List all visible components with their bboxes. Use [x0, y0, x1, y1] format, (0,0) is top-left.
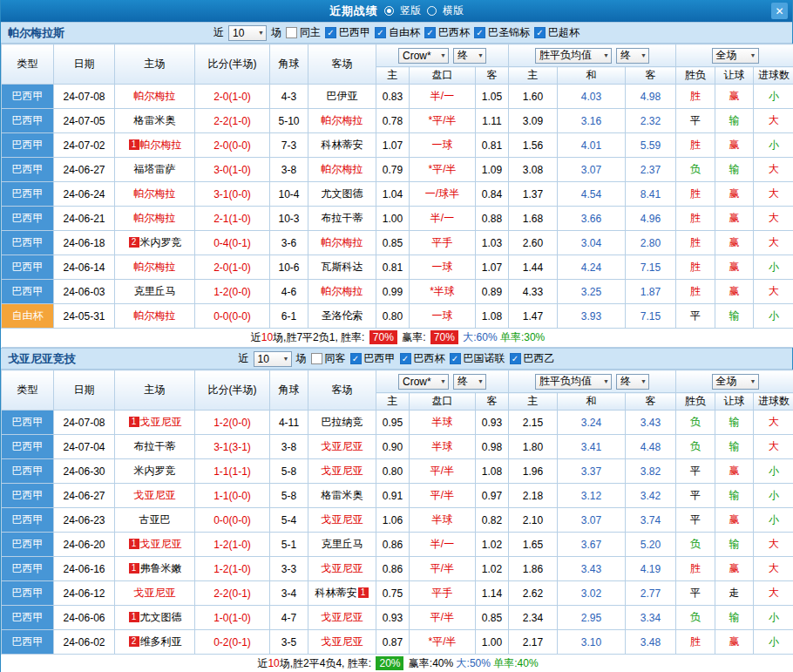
team-name-text: 克里丘马: [134, 285, 176, 297]
team-name-text: 科林蒂安: [322, 139, 363, 151]
home-team-cell: 1尤文图德: [115, 606, 195, 630]
filter-checkbox-label: 巴圣锦标: [488, 25, 530, 40]
filter-checkbox-0[interactable]: 同客: [311, 351, 346, 366]
final-select[interactable]: 终▼: [453, 374, 486, 390]
score-cell: 1-2(0-0): [195, 280, 270, 304]
match-row: 巴西甲 24-06-23 古亚巴 0-0(0-0) 5-4 戈亚尼亚 1.06 …: [2, 508, 793, 533]
final-select[interactable]: 终▼: [453, 48, 486, 64]
bookmaker-select[interactable]: Crow*▼: [398, 48, 449, 64]
team-name-text: 戈亚尼亚: [322, 440, 363, 452]
scope-select[interactable]: 全场▼: [712, 374, 759, 390]
filter-checkbox-4[interactable]: ✓巴圣锦标: [474, 25, 530, 40]
team-name-text: 戈亚尼亚: [322, 562, 363, 574]
eu-away-odds: 3.74: [626, 508, 676, 533]
recent-count-select[interactable]: 10▼: [228, 25, 267, 41]
home-team-cell: 格雷米奥: [115, 109, 195, 133]
radio-horizontal[interactable]: [427, 6, 437, 16]
ah-home-odds: 0.87: [376, 630, 410, 655]
eu-home-odds: 1.96: [509, 459, 558, 484]
subcol-ah-home: 主: [376, 393, 410, 411]
final-select[interactable]: 终▼: [616, 374, 649, 390]
filter-checkbox-5[interactable]: ✓巴超杯: [534, 25, 580, 40]
checkbox-checked-icon: ✓: [350, 353, 362, 364]
result-cell: 负: [676, 435, 715, 459]
close-button[interactable]: ✕: [771, 3, 788, 19]
match-row: 巴西甲 24-07-08 帕尔梅拉 2-0(1-0) 4-3 巴伊亚 0.83 …: [2, 85, 793, 109]
radio-vertical-label[interactable]: 竖版: [400, 3, 421, 18]
score-cell: 2-1(1-0): [195, 207, 270, 231]
ah-home-odds: 1.04: [376, 182, 410, 207]
team-name-text: 戈亚尼亚: [134, 489, 176, 501]
corner-cell: 3-8: [270, 158, 308, 182]
eu-draw-odds: 3.07: [558, 508, 626, 533]
filter-checkbox-1[interactable]: ✓巴西甲: [325, 25, 370, 40]
header-row-main: 类型 日期 主场 比分(半场) 角球 客场 Crow*▼终▼ 胜平负均值▼终▼ …: [2, 44, 793, 67]
match-row: 巴西甲 24-07-05 格雷米奥 2-2(1-0) 5-10 帕尔梅拉 0.7…: [2, 109, 793, 133]
league-cell: 巴西甲: [2, 158, 54, 182]
ah-away-odds: 0.88: [476, 207, 509, 231]
bookmaker-select[interactable]: Crow*▼: [398, 374, 449, 390]
handicap-result-cell: 赢: [715, 255, 754, 280]
summary-count: 10: [261, 331, 273, 343]
team-name-text: 戈亚尼亚: [322, 611, 363, 623]
subcol-handicap: 盘口: [410, 393, 476, 411]
ah-home-odds: 0.95: [376, 411, 410, 435]
handicap-rate-value: 40%: [432, 657, 453, 669]
goals-cell: 小: [754, 459, 793, 484]
section-header-0: 帕尔梅拉斯 近 10▼ 场 同主✓巴西甲✓自由杯✓巴西杯✓巴圣锦标✓巴超杯: [1, 22, 792, 44]
filter-checkbox-3[interactable]: ✓巴国诺联: [450, 351, 505, 366]
checkbox-checked-icon: ✓: [510, 353, 521, 364]
chevron-down-icon: ▼: [440, 378, 446, 384]
result-cell: 胜: [676, 280, 715, 304]
team-name-text: 布拉干蒂: [134, 440, 176, 452]
score-cell: 1-2(0-0): [195, 411, 270, 435]
eu-draw-odds: 3.25: [558, 280, 626, 304]
eu-home-odds: 1.47: [509, 304, 558, 329]
goals-cell: 小: [754, 630, 793, 655]
result-cell: 胜: [676, 182, 715, 207]
match-row: 巴西甲 24-06-20 1戈亚尼亚 1-2(1-0) 5-1 克里丘马 0.8…: [2, 533, 793, 557]
eu-draw-odds: 3.24: [558, 411, 626, 435]
away-team-cell: 帕尔梅拉: [308, 280, 376, 304]
filter-checkbox-0[interactable]: 同主: [286, 25, 321, 40]
team-name-text: 帕尔梅拉: [322, 163, 363, 175]
matches-table-0: 类型 日期 主场 比分(半场) 角球 客场 Crow*▼终▼ 胜平负均值▼终▼ …: [1, 44, 793, 348]
ah-away-odds: 0.85: [476, 606, 509, 630]
filter-checkbox-4[interactable]: ✓巴西乙: [510, 351, 555, 366]
radio-vertical[interactable]: [384, 6, 394, 16]
europe-odds-select[interactable]: 胜平负均值▼: [535, 374, 612, 390]
radio-horizontal-label[interactable]: 横版: [443, 3, 464, 18]
summary-row: 近10场,胜7平2负1, 胜率: 70% 赢率: 70% 大:60% 单率:30…: [2, 329, 793, 348]
home-team-cell: 福塔雷萨: [115, 158, 195, 182]
scope-select[interactable]: 全场▼: [712, 48, 759, 64]
filter-checkbox-2[interactable]: ✓自由杯: [375, 25, 420, 40]
ah-away-odds: 0.97: [476, 484, 509, 508]
eu-away-odds: 3.43: [626, 411, 676, 435]
league-cell: 巴西甲: [2, 533, 54, 557]
checkbox-checked-icon: ✓: [400, 353, 411, 364]
team-name-text: 帕尔梅拉: [322, 114, 363, 126]
team-name-text: 戈亚尼亚: [140, 538, 182, 550]
score-cell: 0-4(0-1): [195, 231, 270, 255]
eu-away-odds: 1.87: [626, 280, 676, 304]
chevron-down-icon: ▼: [750, 52, 756, 58]
eu-home-odds: 1.65: [509, 533, 558, 557]
subcol-ah-away: 客: [476, 393, 509, 411]
chevron-down-icon: ▼: [603, 52, 609, 58]
result-cell: 胜: [676, 207, 715, 231]
away-team-cell: 尤文图德: [308, 182, 376, 207]
filter-checkbox-3[interactable]: ✓巴西杯: [424, 25, 470, 40]
goals-cell: 大: [754, 231, 793, 255]
handicap-cell: 一球: [410, 255, 476, 280]
recent-count-select[interactable]: 10▼: [254, 351, 292, 367]
corner-cell: 10-3: [270, 207, 308, 231]
filter-checkbox-2[interactable]: ✓巴西杯: [400, 351, 445, 366]
eu-away-odds: 3.34: [626, 606, 676, 630]
europe-odds-select[interactable]: 胜平负均值▼: [535, 48, 612, 64]
away-team-cell: 克里丘马: [308, 533, 376, 557]
home-team-cell: 米内罗竞: [115, 459, 195, 484]
handicap-cell: *半球: [410, 280, 476, 304]
handicap-result-cell: 输: [715, 533, 754, 557]
final-select[interactable]: 终▼: [616, 48, 649, 64]
filter-checkbox-1[interactable]: ✓巴西甲: [350, 351, 396, 366]
